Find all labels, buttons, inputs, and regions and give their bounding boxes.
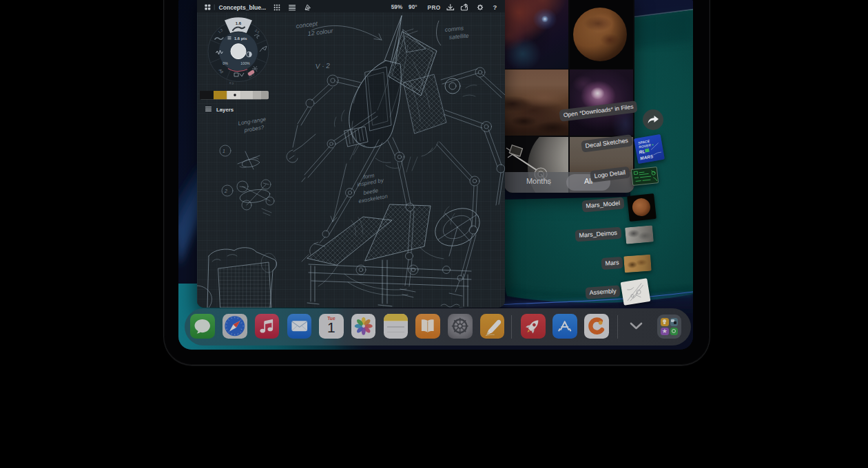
svg-text:+: + <box>651 142 654 147</box>
svg-text:RL: RL <box>639 149 645 154</box>
svg-text:MARS: MARS <box>640 153 654 160</box>
